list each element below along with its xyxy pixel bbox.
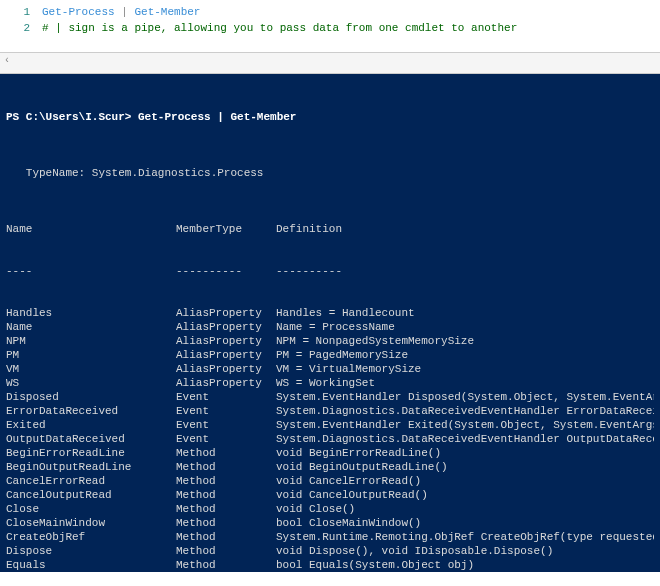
member-row: NameAliasPropertyName = ProcessName (6, 320, 654, 334)
member-name: VM (6, 362, 176, 376)
member-definition: System.EventHandler Exited(System.Object… (276, 418, 654, 432)
header-definition: Definition (276, 222, 654, 236)
member-name: Dispose (6, 544, 176, 558)
member-type: AliasProperty (176, 320, 276, 334)
member-type: Method (176, 460, 276, 474)
member-definition: void Close() (276, 502, 654, 516)
member-name: Close (6, 502, 176, 516)
member-name: Name (6, 320, 176, 334)
member-type: AliasProperty (176, 306, 276, 320)
line-number: 2 (0, 20, 42, 36)
member-row: ErrorDataReceivedEventSystem.Diagnostics… (6, 404, 654, 418)
member-definition: NPM = NonpagedSystemMemorySize (276, 334, 654, 348)
member-name: OutputDataReceived (6, 432, 176, 446)
member-type: Event (176, 390, 276, 404)
member-name: Disposed (6, 390, 176, 404)
member-type: Event (176, 404, 276, 418)
tab-bar: ‹ (0, 53, 660, 74)
member-definition: System.Diagnostics.DataReceivedEventHand… (276, 432, 654, 446)
member-name: Handles (6, 306, 176, 320)
member-definition: Name = ProcessName (276, 320, 654, 334)
member-type: Method (176, 502, 276, 516)
member-type: AliasProperty (176, 376, 276, 390)
line-content[interactable]: Get-Process | Get-Member (42, 4, 200, 20)
member-type: Method (176, 530, 276, 544)
member-type: Method (176, 516, 276, 530)
typename-header: TypeName: System.Diagnostics.Process (6, 166, 654, 180)
member-name: BeginOutputReadLine (6, 460, 176, 474)
member-row: DisposeMethodvoid Dispose(), void IDispo… (6, 544, 654, 558)
member-type: AliasProperty (176, 334, 276, 348)
member-row: CancelOutputReadMethodvoid CancelOutputR… (6, 488, 654, 502)
header-name: Name (6, 222, 176, 236)
member-row: ExitedEventSystem.EventHandler Exited(Sy… (6, 418, 654, 432)
member-name: Equals (6, 558, 176, 572)
member-definition: void CancelErrorRead() (276, 474, 654, 488)
member-type: Method (176, 488, 276, 502)
member-name: PM (6, 348, 176, 362)
member-type: Event (176, 432, 276, 446)
member-name: CreateObjRef (6, 530, 176, 544)
member-definition: System.EventHandler Disposed(System.Obje… (276, 390, 654, 404)
member-name: WS (6, 376, 176, 390)
member-definition: void CancelOutputRead() (276, 488, 654, 502)
member-row: WSAliasPropertyWS = WorkingSet (6, 376, 654, 390)
member-type: Method (176, 544, 276, 558)
editor-line[interactable]: 1Get-Process | Get-Member (0, 4, 660, 20)
member-row: PMAliasPropertyPM = PagedMemorySize (6, 348, 654, 362)
member-name: CloseMainWindow (6, 516, 176, 530)
member-definition: bool Equals(System.Object obj) (276, 558, 654, 572)
member-row: CloseMethodvoid Close() (6, 502, 654, 516)
column-dashes: ---- ---------- ---------- (6, 264, 654, 278)
member-type: AliasProperty (176, 362, 276, 376)
member-definition: System.Diagnostics.DataReceivedEventHand… (276, 404, 654, 418)
member-type: AliasProperty (176, 348, 276, 362)
member-row: CloseMainWindowMethodbool CloseMainWindo… (6, 516, 654, 530)
member-definition: void BeginErrorReadLine() (276, 446, 654, 460)
member-name: BeginErrorReadLine (6, 446, 176, 460)
member-definition: PM = PagedMemorySize (276, 348, 654, 362)
member-definition: void Dispose(), void IDisposable.Dispose… (276, 544, 654, 558)
member-definition: WS = WorkingSet (276, 376, 654, 390)
member-row: HandlesAliasPropertyHandles = Handlecoun… (6, 306, 654, 320)
member-name: NPM (6, 334, 176, 348)
member-definition: System.Runtime.Remoting.ObjRef CreateObj… (276, 530, 654, 544)
line-content[interactable]: # | sign is a pipe, allowing you to pass… (42, 20, 517, 36)
column-headers: Name MemberType Definition (6, 222, 654, 236)
member-type: Method (176, 558, 276, 572)
member-definition: void BeginOutputReadLine() (276, 460, 654, 474)
member-row: CreateObjRefMethodSystem.Runtime.Remotin… (6, 530, 654, 544)
member-row: BeginOutputReadLineMethodvoid BeginOutpu… (6, 460, 654, 474)
member-row: DisposedEventSystem.EventHandler Dispose… (6, 390, 654, 404)
member-definition: bool CloseMainWindow() (276, 516, 654, 530)
member-definition: VM = VirtualMemorySize (276, 362, 654, 376)
member-type: Method (176, 474, 276, 488)
member-type: Event (176, 418, 276, 432)
member-name: CancelOutputRead (6, 488, 176, 502)
member-name: ErrorDataReceived (6, 404, 176, 418)
member-name: CancelErrorRead (6, 474, 176, 488)
member-row: VMAliasPropertyVM = VirtualMemorySize (6, 362, 654, 376)
powershell-console[interactable]: PS C:\Users\I.Scur> Get-Process | Get-Me… (0, 74, 660, 572)
line-number: 1 (0, 4, 42, 20)
header-membertype: MemberType (176, 222, 276, 236)
member-row: EqualsMethodbool Equals(System.Object ob… (6, 558, 654, 572)
member-type: Method (176, 446, 276, 460)
console-prompt: PS C:\Users\I.Scur> Get-Process | Get-Me… (6, 110, 654, 124)
member-row: NPMAliasPropertyNPM = NonpagedSystemMemo… (6, 334, 654, 348)
editor-line[interactable]: 2# | sign is a pipe, allowing you to pas… (0, 20, 660, 36)
member-row: CancelErrorReadMethodvoid CancelErrorRea… (6, 474, 654, 488)
chevron-left-icon[interactable]: ‹ (4, 55, 10, 66)
member-definition: Handles = Handlecount (276, 306, 654, 320)
member-name: Exited (6, 418, 176, 432)
member-row: BeginErrorReadLineMethodvoid BeginErrorR… (6, 446, 654, 460)
member-row: OutputDataReceivedEventSystem.Diagnostic… (6, 432, 654, 446)
script-editor[interactable]: 1Get-Process | Get-Member2# | sign is a … (0, 0, 660, 53)
